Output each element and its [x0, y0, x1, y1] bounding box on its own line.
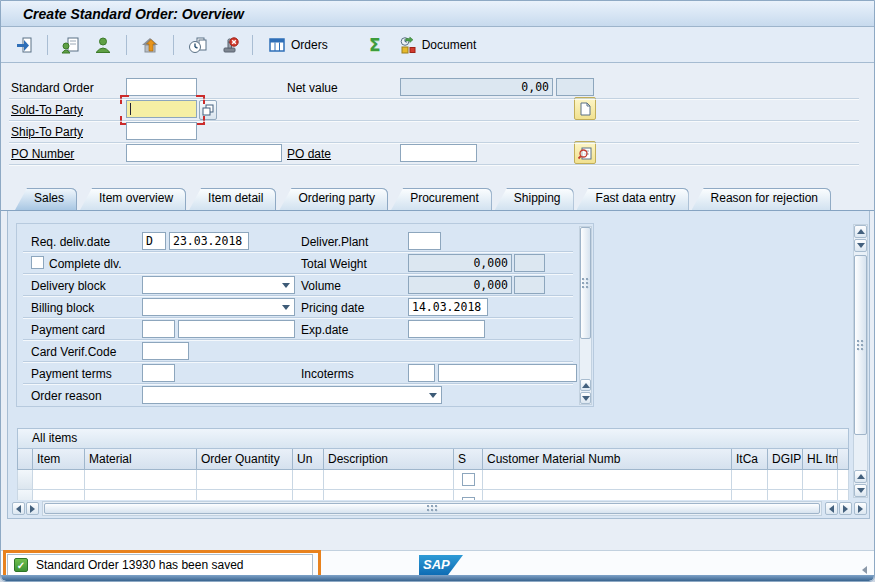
- incoterms-location-input[interactable]: [438, 364, 577, 382]
- pricing-date-label: Pricing date: [301, 299, 364, 317]
- s-checkbox[interactable]: [462, 473, 475, 486]
- material-cell[interactable]: [85, 470, 197, 490]
- document-flow-button[interactable]: [574, 141, 596, 164]
- row-selector-cell[interactable]: [17, 490, 33, 500]
- itca-cell[interactable]: [732, 470, 768, 490]
- arrow-left-icon: [16, 505, 21, 513]
- create-document-button[interactable]: [574, 97, 596, 120]
- column-header-description[interactable]: Description: [324, 449, 454, 470]
- exp-date-input[interactable]: [408, 320, 485, 338]
- tab-ordering-party[interactable]: Ordering party: [279, 188, 388, 210]
- itca-cell[interactable]: [732, 490, 768, 500]
- column-header-s[interactable]: S: [454, 449, 483, 470]
- orders-button[interactable]: Orders: [263, 33, 332, 57]
- fields-scroll-up-button[interactable]: [580, 379, 591, 391]
- req-deliv-date-input[interactable]: [169, 232, 249, 250]
- reject-button[interactable]: [216, 33, 242, 57]
- column-header-customer-material[interactable]: Customer Material Numb: [483, 449, 732, 470]
- organizational-data-button[interactable]: [137, 33, 163, 57]
- standard-order-input[interactable]: [126, 78, 197, 96]
- card-verif-code-input[interactable]: [142, 342, 189, 360]
- tab-item-overview[interactable]: Item overview: [80, 188, 186, 210]
- table-scroll-up-button[interactable]: [854, 470, 867, 483]
- table-row[interactable]: [17, 470, 849, 490]
- description-cell[interactable]: [324, 470, 454, 490]
- billing-block-select[interactable]: [142, 298, 295, 316]
- incoterms-input[interactable]: [408, 364, 435, 382]
- hl-itm-cell[interactable]: [803, 470, 838, 490]
- sold-to-party-label[interactable]: Sold-To Party: [11, 101, 83, 119]
- fields-scroll-down-button[interactable]: [580, 392, 591, 404]
- display-partner-button[interactable]: [58, 33, 84, 57]
- hscroll-left-button-2[interactable]: [825, 502, 838, 515]
- payment-terms-input[interactable]: [142, 364, 175, 382]
- panel-scroll-up-button[interactable]: [854, 225, 867, 238]
- ship-to-party-input[interactable]: [126, 122, 197, 140]
- dgip-cell[interactable]: [768, 490, 803, 500]
- column-header-selector[interactable]: [17, 449, 33, 470]
- column-header-item[interactable]: Item: [33, 449, 85, 470]
- customer-material-cell[interactable]: [483, 470, 732, 490]
- column-header-dgip[interactable]: DGIP: [768, 449, 803, 470]
- payment-card-type-input[interactable]: [142, 320, 175, 338]
- display-customer-button[interactable]: [90, 33, 116, 57]
- req-deliv-date-type-input[interactable]: [142, 232, 166, 250]
- hscroll-left-button[interactable]: [12, 502, 25, 515]
- tab-fast-data-entry[interactable]: Fast data entry: [577, 188, 689, 210]
- customer-material-cell[interactable]: [483, 490, 732, 500]
- status-message-field[interactable]: ✓ Standard Order 13930 has been saved: [7, 554, 313, 576]
- fields-scrollbar-track[interactable]: [579, 226, 592, 405]
- complete-dlv-checkbox[interactable]: [31, 256, 44, 269]
- panel-hscroll-right-button[interactable]: [854, 502, 867, 515]
- hl-itm-cell[interactable]: [803, 490, 838, 500]
- sold-to-party-input[interactable]: [126, 100, 197, 118]
- hscroll-thumb[interactable]: [44, 503, 820, 514]
- panel-scrollbar-track[interactable]: [853, 224, 868, 498]
- s-cell[interactable]: [454, 490, 483, 500]
- column-header-order-quantity[interactable]: Order Quantity: [197, 449, 293, 470]
- po-date-input[interactable]: [400, 144, 477, 162]
- po-number-input[interactable]: [126, 144, 282, 162]
- panel-scrollbar-thumb[interactable]: [854, 255, 867, 435]
- column-header-hl-itm[interactable]: HL Itm: [803, 449, 838, 470]
- order-quantity-cell[interactable]: [197, 490, 293, 500]
- fields-scrollbar-thumb[interactable]: [580, 227, 591, 339]
- sum-button[interactable]: Σ: [362, 33, 388, 57]
- pricing-date-input[interactable]: [408, 298, 488, 316]
- table-row-partial[interactable]: [17, 490, 849, 500]
- po-number-label[interactable]: PO Number: [11, 145, 74, 163]
- tab-procurement[interactable]: Procurement: [391, 188, 492, 210]
- order-quantity-cell[interactable]: [197, 470, 293, 490]
- s-cell[interactable]: [454, 470, 483, 490]
- ship-to-party-label[interactable]: Ship-To Party: [11, 123, 83, 141]
- description-cell[interactable]: [324, 490, 454, 500]
- un-cell[interactable]: [293, 470, 324, 490]
- tab-shipping[interactable]: Shipping: [495, 188, 574, 210]
- panel-scroll-down-button[interactable]: [854, 239, 867, 252]
- item-cell[interactable]: [33, 490, 85, 500]
- table-scroll-down-button[interactable]: [854, 484, 867, 497]
- column-header-itca[interactable]: ItCa: [732, 449, 768, 470]
- tab-reason-for-rejection[interactable]: Reason for rejection: [692, 188, 831, 210]
- header-details-button[interactable]: [184, 33, 210, 57]
- delivery-block-select[interactable]: [142, 276, 295, 294]
- tab-item-detail[interactable]: Item detail: [189, 188, 276, 210]
- row-selector-cell[interactable]: [17, 470, 33, 490]
- hscroll-right-button[interactable]: [26, 502, 39, 515]
- material-cell[interactable]: [85, 490, 197, 500]
- column-header-material[interactable]: Material: [85, 449, 197, 470]
- dgip-cell[interactable]: [768, 470, 803, 490]
- column-header-un[interactable]: Un: [293, 449, 324, 470]
- payment-card-number-input[interactable]: [178, 320, 295, 338]
- exit-button[interactable]: [11, 33, 37, 57]
- hscroll-track[interactable]: [42, 501, 822, 516]
- tab-sales[interactable]: Sales: [15, 188, 77, 210]
- order-reason-select[interactable]: [142, 386, 442, 404]
- s-checkbox[interactable]: [462, 497, 475, 500]
- deliver-plant-input[interactable]: [408, 232, 441, 250]
- item-cell[interactable]: [33, 470, 85, 490]
- un-cell[interactable]: [293, 490, 324, 500]
- hscroll-right-button-2[interactable]: [839, 502, 852, 515]
- po-date-label[interactable]: PO date: [287, 145, 331, 163]
- document-button[interactable]: Document: [394, 33, 481, 57]
